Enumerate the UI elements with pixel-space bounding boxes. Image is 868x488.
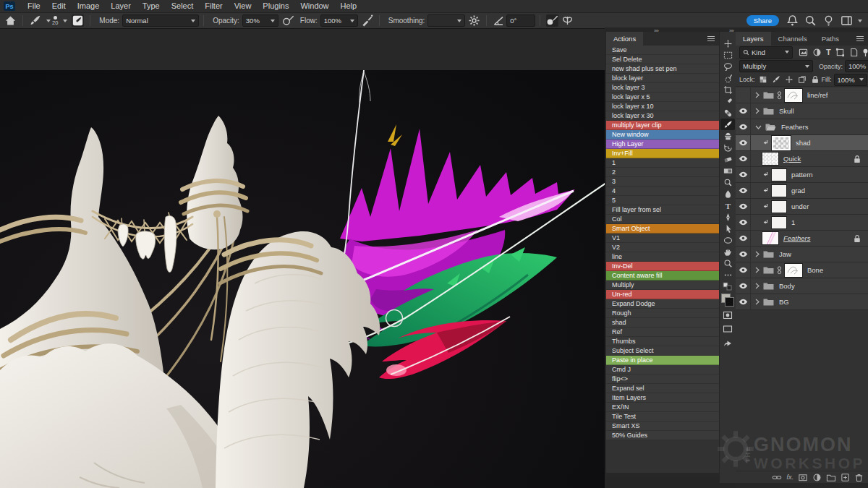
airbrush-icon[interactable] xyxy=(361,14,373,27)
new-adjustment-layer-icon[interactable] xyxy=(812,473,822,482)
visibility-toggle[interactable] xyxy=(736,199,751,214)
lock-all-icon[interactable] xyxy=(811,75,820,84)
quick-selection-tool[interactable] xyxy=(720,72,735,84)
dodge-tool[interactable] xyxy=(720,176,735,188)
visibility-toggle[interactable] xyxy=(736,294,751,309)
action-subject-select[interactable]: Subject Select xyxy=(606,346,719,356)
menu-image[interactable]: Image xyxy=(72,0,106,12)
action-inv-del[interactable]: Inv-Del xyxy=(606,262,719,271)
filter-shape-layers-icon[interactable] xyxy=(835,48,845,57)
layer-thumbnail[interactable] xyxy=(762,153,778,165)
action-v1[interactable]: V1 xyxy=(606,234,719,243)
zoom-tool[interactable] xyxy=(720,257,735,269)
layer-name[interactable]: Feathers xyxy=(783,234,811,242)
action-smart-xs[interactable]: Smart XS xyxy=(606,421,719,431)
smoothing-input[interactable] xyxy=(427,14,465,27)
default-colors-icon[interactable] xyxy=(723,282,733,291)
action-fill-layer-from-sel[interactable]: Fill layer from sel xyxy=(606,205,719,215)
layer-thumbnail[interactable] xyxy=(772,217,786,228)
action-lock-layer-x-30[interactable]: lock layer x 30 xyxy=(606,111,719,121)
delete-layer-icon[interactable] xyxy=(854,473,864,482)
layer-name[interactable]: Skull xyxy=(779,107,794,115)
layer-name[interactable]: grad xyxy=(791,187,805,194)
layer-row-jaw[interactable]: Jaw xyxy=(736,247,868,262)
tab-layers[interactable]: Layers xyxy=(736,32,771,46)
blend-mode-select[interactable]: Normal xyxy=(122,14,199,27)
action-rough[interactable]: Rough xyxy=(606,309,719,318)
workspace-caret[interactable] xyxy=(858,20,862,22)
menu-help[interactable]: Help xyxy=(335,0,363,12)
layer-name[interactable]: Feathers xyxy=(781,123,809,131)
discover-lightbulb-icon[interactable] xyxy=(822,14,835,27)
action-lock-layer-3[interactable]: lock layer 3 xyxy=(606,83,719,93)
brush-size-caret[interactable] xyxy=(63,20,67,22)
layer-name[interactable]: Jaw xyxy=(779,250,791,258)
link-layers-icon[interactable] xyxy=(772,473,782,482)
menu-filter[interactable]: Filter xyxy=(199,0,228,12)
menu-view[interactable]: View xyxy=(229,0,258,12)
visibility-toggle[interactable] xyxy=(736,87,751,103)
tab-paths[interactable]: Paths xyxy=(814,32,846,46)
action-expand-dodge[interactable]: Expand Dodge xyxy=(606,299,719,309)
lasso-tool[interactable] xyxy=(720,61,735,72)
action-1[interactable]: 1 xyxy=(606,158,719,168)
layer-name[interactable]: line/ref xyxy=(807,91,828,99)
layer-row-1[interactable]: 1 xyxy=(736,215,868,231)
visibility-toggle[interactable] xyxy=(736,278,751,294)
layer-row-feathers[interactable]: Feathers xyxy=(736,119,868,135)
action-ex-in[interactable]: EX/IN xyxy=(606,403,719,412)
action-item-layers[interactable]: Item Layers xyxy=(606,393,719,403)
action-expand-sel[interactable]: Expand sel xyxy=(606,384,719,393)
layer-blend-mode-select[interactable]: Multiply xyxy=(739,60,813,72)
action-4[interactable]: 4 xyxy=(606,187,719,196)
action-5[interactable]: 5 xyxy=(606,196,719,205)
action-tile-test[interactable]: Tile Test xyxy=(606,412,719,421)
action-block-layer[interactable]: block layer xyxy=(606,74,719,83)
visibility-toggle[interactable] xyxy=(736,247,751,262)
workspace-switcher-icon[interactable] xyxy=(841,14,853,27)
edit-in-app-icon[interactable] xyxy=(723,338,733,348)
share-button[interactable]: Share xyxy=(746,15,779,26)
action-multiply[interactable]: Multiply xyxy=(606,281,719,290)
move-tool[interactable] xyxy=(720,38,735,49)
tab-actions[interactable]: Actions xyxy=(606,32,643,46)
panel-menu-icon[interactable] xyxy=(856,35,864,43)
lock-paint-icon[interactable] xyxy=(772,75,780,84)
pressure-opacity-icon[interactable] xyxy=(282,14,294,27)
layer-name[interactable]: shad xyxy=(796,139,811,147)
notifications-bell-icon[interactable] xyxy=(786,14,799,27)
paint-symmetry-icon[interactable] xyxy=(561,14,574,27)
layer-fill-input[interactable]: 100% xyxy=(834,74,867,86)
action-shad[interactable]: shad xyxy=(606,318,719,328)
layer-row-under[interactable]: under xyxy=(736,199,868,215)
action-thumbs[interactable]: Thumbs xyxy=(606,337,719,346)
layer-name[interactable]: Body xyxy=(779,282,795,290)
add-mask-icon[interactable] xyxy=(798,473,808,482)
action-multiply-layer-clip[interactable]: multiply layer clip xyxy=(606,121,719,130)
group-expander[interactable] xyxy=(755,299,760,305)
group-expander[interactable] xyxy=(755,251,760,257)
layer-thumbnail[interactable] xyxy=(762,232,778,244)
layer-thumbnail[interactable] xyxy=(772,201,786,213)
group-expander[interactable] xyxy=(755,92,760,98)
path-selection-tool[interactable] xyxy=(720,223,735,234)
layer-row-line-ref[interactable]: line/ref xyxy=(736,87,868,103)
action-ref[interactable]: Ref xyxy=(606,328,719,337)
layer-row-body[interactable]: Body xyxy=(736,278,868,294)
layer-name[interactable]: Quick xyxy=(783,155,801,163)
brush-size-preview[interactable]: 20 xyxy=(52,16,58,25)
clone-stamp-tool[interactable] xyxy=(720,130,735,142)
action-lock-layer-x-10[interactable]: lock layer x 10 xyxy=(606,102,719,111)
tab-channels[interactable]: Channels xyxy=(771,32,814,46)
layer-row-grad[interactable]: grad xyxy=(736,183,868,199)
crop-tool[interactable] xyxy=(720,84,735,95)
filter-type-layers-icon[interactable]: T xyxy=(826,48,831,56)
layer-name[interactable]: 1 xyxy=(791,218,795,226)
brush-tool[interactable] xyxy=(720,119,735,130)
foreground-background-swatches[interactable] xyxy=(721,294,734,307)
action-2[interactable]: 2 xyxy=(606,168,719,177)
layer-name[interactable]: pattern xyxy=(791,171,813,179)
filter-smart-objects-icon[interactable] xyxy=(849,48,859,57)
visibility-toggle[interactable] xyxy=(736,103,751,119)
brush-preset-caret[interactable] xyxy=(46,20,51,22)
